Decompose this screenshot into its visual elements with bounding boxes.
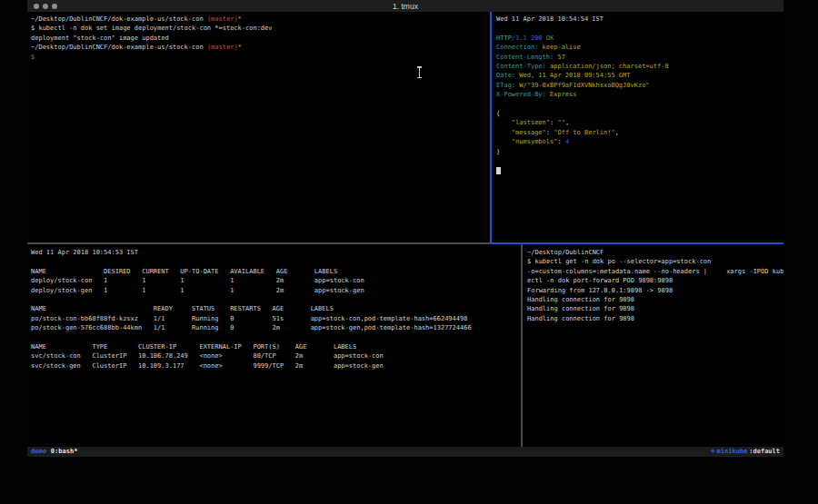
terminal-line: po/stock-con-bb68f88fd-kzsxz 1/1 Running… [31, 314, 519, 323]
terminal-line [496, 24, 783, 33]
terminal-line: Connection: keep-alive [496, 43, 783, 52]
terminal-line [496, 100, 783, 109]
zoom-button[interactable] [52, 4, 57, 9]
status-bar-right: ☸ minikube :default [709, 447, 780, 457]
terminal-line: -o=custom-columns=:metadata.name --no-he… [527, 267, 783, 276]
terminal-line: Handling connection for 9898 [527, 304, 783, 313]
pane-divider-vertical-bottom[interactable] [521, 244, 523, 447]
terminal-line: Handling connection for 9898 [527, 314, 783, 323]
pane-bottom-left-kubectl-watch[interactable]: Wed 11 Apr 2018 10:54:53 IST NAME DESIRE… [27, 245, 519, 447]
terminal-line [496, 166, 783, 175]
terminal-line: NAME DESIRED CURRENT UP-TO-DATE AVAILABL… [31, 267, 519, 276]
terminal-line [31, 333, 519, 342]
terminal-line: Content-Length: 57 [496, 53, 783, 62]
pane-divider-vertical-top[interactable] [490, 12, 492, 242]
status-bar-left: demo 0:bash* [31, 447, 77, 457]
terminal-line: Date: Wed, 11 Apr 2018 09:54:55 GMT [496, 71, 783, 80]
terminal-line: "lastseen": "", [496, 118, 783, 127]
terminal-line: $ [31, 53, 490, 62]
pane-top-left-shell[interactable]: ~/Desktop/DublinCNCF/dok-example-us/stoc… [27, 12, 490, 242]
minimize-button[interactable] [43, 4, 48, 9]
terminal-window: 1. tmux ~/Desktop/DublinCNCF/dok-example… [27, 0, 783, 457]
pane-divider-horizontal-left[interactable] [27, 242, 490, 244]
pane-divider-horizontal-right[interactable] [490, 242, 783, 244]
terminal-line: Handling connection for 9898 [527, 295, 783, 304]
terminal-line: ~/Desktop/DublinCNCF [527, 248, 783, 257]
terminal-line: deployment "stock-con" image updated [31, 34, 490, 43]
tmux-session: ~/Desktop/DublinCNCF/dok-example-us/stoc… [27, 12, 783, 447]
terminal-line: { [496, 109, 783, 118]
pane-bottom-right-port-forward[interactable]: ~/Desktop/DublinCNCF$ kubectl get -n dok… [524, 245, 783, 447]
terminal-line: $ kubectl get -n dok po --selector=app=s… [527, 257, 783, 266]
titlebar[interactable]: 1. tmux [27, 0, 783, 12]
terminal-line: deploy/stock-gen 1 1 1 1 2m app=stock-ge… [31, 286, 519, 295]
terminal-line: svc/stock-gen ClusterIP 10.109.3.177 <no… [31, 361, 519, 371]
close-button[interactable] [34, 4, 39, 9]
terminal-line: Content-Type: application/json; charset=… [496, 62, 783, 71]
terminal-line: ~/Desktop/DublinCNCF/dok-example-us/stoc… [31, 15, 490, 24]
kube-namespace-label: :default [749, 447, 780, 457]
terminal-line: svc/stock-con ClusterIP 10.106.78.249 <n… [31, 351, 519, 361]
pane-top-right-http-response[interactable]: Wed 11 Apr 2018 10:54:54 IST HTTP/1.1 20… [493, 12, 783, 242]
terminal-line: NAME READY STATUS RESTARTS AGE LABELS [31, 304, 519, 313]
terminal-line: Wed 11 Apr 2018 10:54:54 IST [496, 15, 783, 24]
terminal-line: "message": "Off to Berlin!", [496, 128, 783, 137]
kube-context-label: minikube [717, 447, 748, 457]
terminal-line: Forwarding from 127.0.0.1:9898 -> 9898 [527, 286, 783, 295]
terminal-line [31, 295, 519, 304]
terminal-line [31, 257, 519, 266]
terminal-line: X-Powered-By: Express [496, 90, 783, 99]
terminal-line: HTTP/1.1 200 OK [496, 34, 783, 43]
terminal-line: ~/Desktop/DublinCNCF/dok-example-us/stoc… [31, 43, 490, 52]
terminal-line [496, 156, 783, 165]
terminal-line: ETag: W/"39-0xBPf9aF1dXVNkhsxoBQgJ8vKzo" [496, 81, 783, 90]
window-controls [34, 4, 57, 9]
window-item-bash[interactable]: 0:bash* [51, 447, 78, 457]
kubernetes-wheel-icon: ☸ [711, 447, 714, 457]
terminal-line: Wed 11 Apr 2018 10:54:53 IST [31, 248, 519, 257]
terminal-cursor [496, 167, 501, 174]
terminal-line: deploy/stock-con 1 1 1 1 2m app=stock-co… [31, 276, 519, 285]
tmux-status-bar: demo 0:bash* ☸ minikube :default [27, 447, 783, 457]
window-title: 1. tmux [27, 2, 783, 11]
mouse-ibeam-cursor [417, 66, 422, 78]
terminal-line: $ kubectl -n dok set image deployment/st… [31, 24, 490, 33]
terminal-line: NAME TYPE CLUSTER-IP EXTERNAL-IP PORT(S)… [31, 342, 519, 351]
terminal-line: po/stock-gen-576cc688bb-44kmn 1/1 Runnin… [31, 323, 519, 332]
terminal-line: "numsymbols": 4 [496, 137, 783, 146]
terminal-line: ectl -n dok port-forward POD 9898:9898 [527, 276, 783, 285]
terminal-line: } [496, 147, 783, 156]
session-name: demo [31, 447, 46, 457]
